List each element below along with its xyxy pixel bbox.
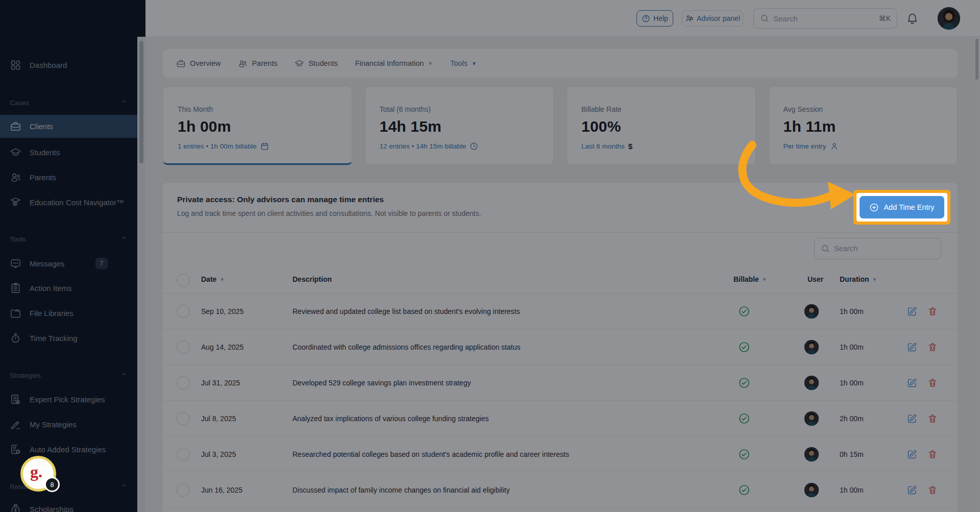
section-tabs: Overview Parents Students Financial Info…: [163, 49, 958, 78]
sidebar-item-label: Parents: [30, 173, 56, 182]
parents-icon: [238, 59, 248, 68]
billable-check-icon: [738, 305, 750, 320]
edit-button[interactable]: [907, 306, 917, 318]
delete-button[interactable]: [927, 485, 938, 497]
edit-button[interactable]: [907, 449, 917, 461]
delete-button[interactable]: [927, 306, 938, 318]
sidebar-item-label: File Libraries: [30, 309, 74, 318]
column-description[interactable]: Description: [292, 275, 332, 283]
delete-button[interactable]: [927, 378, 938, 389]
edit-button[interactable]: [907, 378, 917, 389]
row-checkbox[interactable]: [177, 340, 190, 354]
tab-tools[interactable]: Tools ▼: [450, 59, 477, 67]
advisor-panel-button[interactable]: Advisor panel: [682, 10, 743, 27]
pen-icon: [10, 419, 21, 430]
billable-check-icon: [738, 412, 750, 427]
stat-sub: Per time entry: [783, 142, 826, 150]
row-checkbox[interactable]: [177, 412, 190, 425]
billable-check-icon: [738, 484, 750, 498]
tab-label: Overview: [190, 59, 220, 67]
sidebar-item-auto-added-strategies[interactable]: Auto Added Strategies: [0, 438, 137, 460]
row-checkbox[interactable]: [177, 305, 190, 318]
edit-button[interactable]: [907, 413, 917, 425]
sidebar-item-my-strategies[interactable]: My Strategies: [0, 413, 137, 435]
sidebar-item-label: Expert Pick Strategies: [30, 395, 105, 404]
sidebar-item-parents[interactable]: Parents: [0, 166, 137, 188]
page-scrollbar[interactable]: [974, 37, 980, 512]
sidebar-item-messages[interactable]: Messages 7: [0, 252, 137, 275]
sidebar-item-action-items[interactable]: Action Items: [0, 277, 137, 299]
scrollbar-thumb[interactable]: [139, 41, 143, 163]
table-search-input[interactable]: [834, 245, 935, 253]
sidebar-item-label: Clients: [30, 122, 53, 131]
edit-button[interactable]: [907, 485, 917, 497]
sidebar-item-time-tracking[interactable]: Time Tracking: [0, 327, 137, 349]
money-bag-icon: [10, 503, 21, 512]
sidebar-item-clients[interactable]: Clients: [0, 115, 137, 138]
sidebar-item-label: Education Cost Navigator™: [30, 198, 124, 207]
stat-card-avg-session[interactable]: Avg Session 1h 11m Per time entry: [769, 86, 958, 165]
sidebar-item-dashboard[interactable]: Dashboard: [0, 54, 137, 76]
widget-letter: g.: [30, 462, 42, 481]
sort-icon: ▼: [762, 277, 767, 282]
table-search[interactable]: [814, 238, 941, 259]
user-avatar[interactable]: [938, 7, 960, 30]
delete-button[interactable]: [927, 413, 938, 425]
select-all-checkbox[interactable]: [177, 274, 190, 287]
table-row: [163, 508, 958, 512]
row-checkbox[interactable]: [177, 448, 190, 461]
sidebar-section-cases[interactable]: Cases⌃: [10, 99, 127, 107]
content-scrollbar[interactable]: [137, 37, 145, 512]
sidebar-item-label: Students: [30, 148, 60, 157]
delete-button[interactable]: [927, 449, 938, 461]
tutorial-highlight-box: Add Time Entry: [853, 190, 950, 225]
parents-icon: [10, 172, 21, 183]
stat-card-this-month[interactable]: This Month 1h 00m 1 entries • 1h 00m bil…: [163, 86, 352, 165]
column-user[interactable]: User: [807, 275, 823, 283]
row-checkbox[interactable]: [177, 483, 190, 497]
column-date[interactable]: Date▼: [201, 275, 225, 283]
notifications-bell[interactable]: [906, 12, 919, 27]
tab-students[interactable]: Students: [295, 59, 337, 68]
row-checkbox[interactable]: [177, 376, 190, 389]
feedback-widget[interactable]: g. 8: [20, 456, 56, 492]
row-user-avatar: [804, 483, 819, 497]
sidebar-section-strategies[interactable]: Strategies⌃: [10, 372, 127, 380]
stat-sub: 1 entries • 1h 00m billable: [178, 142, 257, 150]
tab-overview[interactable]: Overview: [176, 59, 220, 68]
tab-financial-information[interactable]: Financial Information ▼: [355, 59, 433, 67]
sidebar-item-file-libraries[interactable]: File Libraries: [0, 302, 137, 324]
column-duration[interactable]: Duration▼: [840, 275, 877, 283]
add-time-entry-button[interactable]: Add Time Entry: [860, 196, 944, 218]
scrollbar-thumb[interactable]: [975, 39, 978, 80]
column-billable[interactable]: Billable▼: [733, 275, 767, 283]
dollar-icon: $: [628, 142, 632, 151]
sidebar-item-education-cost-navigator[interactable]: Education Cost Navigator™: [0, 191, 137, 213]
stat-sub: 12 entries • 14h 15m billable: [380, 142, 467, 150]
row-user-avatar: [804, 304, 819, 319]
row-date: Aug 14, 2025: [201, 343, 243, 351]
sidebar-section-tools[interactable]: Tools⌃: [10, 235, 127, 243]
edit-button[interactable]: [907, 342, 917, 354]
sidebar-item-students[interactable]: Students: [0, 141, 137, 163]
stat-card-billable-rate[interactable]: Billable Rate 100% Last 6 months $: [567, 86, 756, 165]
sidebar-item-label: Action Items: [30, 284, 72, 292]
private-access-title: Private access: Only advisors can manage…: [177, 195, 384, 204]
search-input[interactable]: [773, 14, 879, 23]
stat-cards: This Month 1h 00m 1 entries • 1h 00m bil…: [163, 86, 958, 165]
grad-cap-icon: [10, 147, 21, 158]
row-date: Jul 8, 2025: [201, 415, 236, 423]
help-button[interactable]: Help: [636, 10, 673, 27]
global-search[interactable]: ⌘K: [753, 8, 897, 29]
tab-parents[interactable]: Parents: [238, 59, 277, 68]
widget-badge: 8: [44, 477, 60, 492]
delete-button[interactable]: [927, 342, 938, 354]
stat-card-total[interactable]: Total (6 months) 14h 15m 12 entries • 14…: [365, 86, 554, 165]
help-label: Help: [653, 14, 668, 22]
sidebar-item-scholarships[interactable]: Scholarships: [0, 498, 137, 512]
row-description: Reviewed and updated college list based …: [292, 307, 520, 315]
stat-label: Avg Session: [783, 105, 943, 113]
row-duration: 0h 15m: [840, 450, 864, 458]
sidebar-item-expert-pick-strategies[interactable]: Expert Pick Strategies: [0, 388, 137, 410]
table-header: Date▼ Description Billable▼ User Duratio…: [163, 267, 958, 294]
